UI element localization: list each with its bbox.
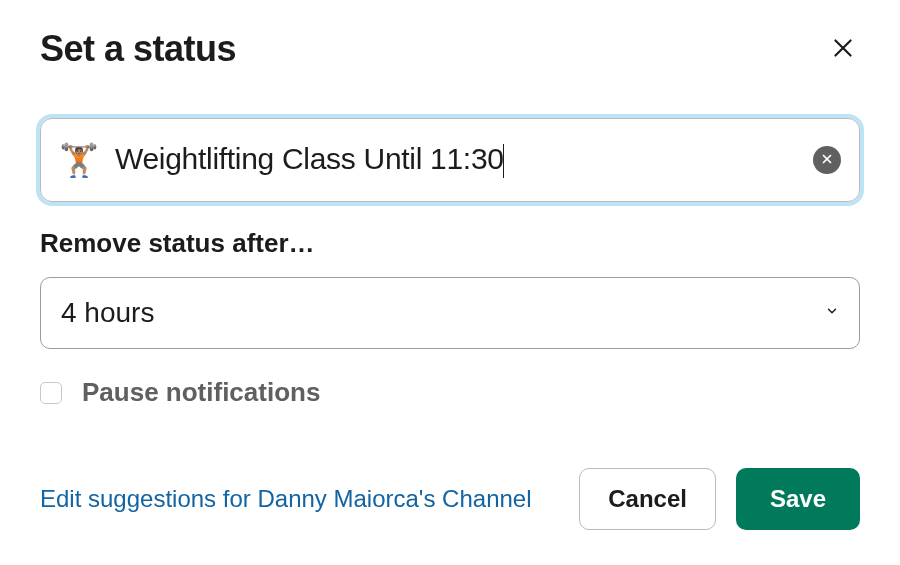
dialog-title: Set a status bbox=[40, 28, 236, 70]
status-text-value: Weightlifting Class Until 11:30 bbox=[115, 142, 504, 175]
cancel-button[interactable]: Cancel bbox=[579, 468, 716, 530]
pause-notifications-row: Pause notifications bbox=[40, 377, 860, 408]
button-group: Cancel Save bbox=[579, 468, 860, 530]
close-button[interactable] bbox=[826, 31, 860, 68]
remove-after-value: 4 hours bbox=[61, 297, 154, 329]
remove-after-label: Remove status after… bbox=[40, 228, 860, 259]
chevron-down-icon bbox=[825, 304, 839, 322]
remove-after-select[interactable]: 4 hours bbox=[40, 277, 860, 349]
save-button[interactable]: Save bbox=[736, 468, 860, 530]
edit-suggestions-link[interactable]: Edit suggestions for Danny Maiorca's Cha… bbox=[40, 485, 532, 513]
close-icon bbox=[830, 35, 856, 64]
dialog-header: Set a status bbox=[40, 28, 860, 70]
pause-notifications-label: Pause notifications bbox=[82, 377, 320, 408]
text-cursor bbox=[503, 144, 504, 178]
status-input-container[interactable]: 🏋🏽 Weightlifting Class Until 11:30 bbox=[40, 118, 860, 202]
dialog-footer: Edit suggestions for Danny Maiorca's Cha… bbox=[40, 468, 860, 530]
status-emoji-picker[interactable]: 🏋🏽 bbox=[59, 144, 99, 176]
clear-icon bbox=[820, 152, 834, 169]
pause-notifications-checkbox[interactable] bbox=[40, 382, 62, 404]
clear-status-button[interactable] bbox=[813, 146, 841, 174]
status-text-input[interactable]: Weightlifting Class Until 11:30 bbox=[115, 142, 813, 178]
